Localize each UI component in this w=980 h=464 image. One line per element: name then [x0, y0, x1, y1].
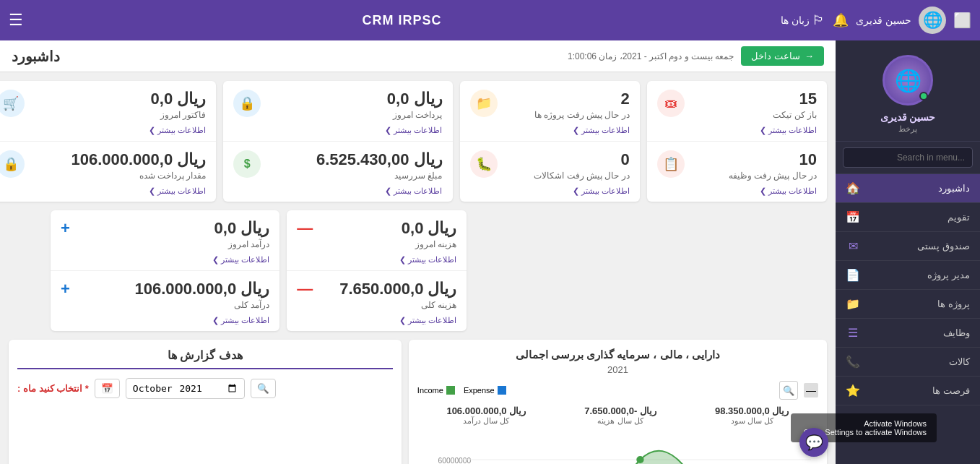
bugs-more[interactable]: اطلاعات بیشتر ❯ [460, 186, 640, 202]
expense-today-label: هزینه امروز [402, 239, 457, 249]
sidebar-search-container [836, 142, 980, 174]
income-today-more[interactable]: اطلاعات بیشتر ❯ [51, 255, 279, 270]
expense-total-label: هزینه کلی [339, 300, 456, 310]
sidebar-item-leads[interactable]: فرصت ها ⭐ [836, 377, 980, 405]
chart-peak-dot [636, 456, 643, 463]
income-today-label: درآمد امروز [214, 239, 270, 249]
sidebar-item-tasks[interactable]: وظایف ☰ [836, 319, 980, 348]
header-username: حسین قدیری [856, 14, 911, 26]
hamburger-button[interactable]: ☰ [9, 11, 23, 30]
report-search-button[interactable]: 🔍 [251, 379, 276, 398]
expense-total-amount: 7.650.000,0 ریال [339, 280, 456, 298]
projects-icon: 📁 [846, 297, 860, 311]
tickets-card-top: 15 باز کن تیکت 🎟 [647, 81, 827, 126]
leads-icon: ⭐ [846, 384, 860, 398]
checkin-button[interactable]: → ساعت داخل [741, 46, 824, 66]
project-manager-icon: 📄 [846, 268, 860, 282]
expense-total-more[interactable]: اطلاعات بیشتر ❯ [287, 316, 467, 331]
invoice-total-label: مقدار پرداخت شده [71, 171, 206, 181]
projects-number: 2 [534, 90, 630, 108]
tasks-number: 10 [729, 150, 817, 169]
projects-more[interactable]: اطلاعات بیشتر ❯ [460, 126, 640, 141]
invoice-total-more[interactable]: اطلاعات بیشتر ❯ [0, 186, 216, 202]
search-input[interactable] [843, 147, 973, 168]
sidebar-item-project-manager[interactable]: مدیر پروژه 📄 [836, 261, 980, 290]
sidebar-item-projects[interactable]: پروژه ها 📁 [836, 290, 980, 319]
sidebar-item-dashboard[interactable]: داشبورد 🏠 [836, 174, 980, 203]
sidebar-username: حسین قدیری [880, 111, 936, 123]
expense-legend-label: Expense [464, 386, 495, 395]
report-card: هدف گزارش ها 🔍 📅 * انتخاب کنید ماه : [9, 340, 402, 464]
expense-income-row: 0,0 ریال هزینه امروز — اطلاعات بیشتر ❯ 7… [9, 210, 827, 331]
mail-icon: ✉ [846, 239, 860, 253]
report-date-input[interactable] [126, 378, 245, 399]
chart-minimize-button[interactable]: — [804, 383, 818, 398]
expense-legend: Expense [464, 386, 506, 395]
sidebar-item-mailbox[interactable]: صندوق پستی ✉ [836, 232, 980, 261]
invoice-today-icon: 🛒 [0, 90, 25, 117]
flag-icon: 🏳 [812, 13, 825, 28]
tasks-label: در حال پیش رفت وظیفه [729, 171, 817, 181]
charts-row: دارایی ، مالی ، سرمایه گذاری بررسی اجمال… [9, 340, 827, 464]
tickets-label: باز کن تیکت [773, 110, 817, 120]
projects-label: در حال پیش رفت پروژه ها [534, 110, 630, 120]
payment-total-amount: 6.525.430,00 ریال [316, 150, 443, 169]
income-value: 106.000.000,0 ریال [446, 405, 526, 416]
sidebar-item-calendar[interactable]: تقویم 📅 [836, 203, 980, 232]
income-legend-label: Income [417, 386, 443, 395]
dashboard-icon: 🏠 [846, 181, 860, 195]
calendar-icon: 📅 [846, 210, 860, 224]
chart-search-button[interactable]: 🔍 [779, 381, 798, 400]
sidebar-toggle-button[interactable]: ⬜ [953, 12, 971, 29]
bell-icon[interactable]: 🔔 [833, 12, 849, 28]
bugs-label: در حال پیش رفت اشکالات [534, 171, 629, 181]
invoice-total-top: 106.000.000,0 ریال مقدار پرداخت شده 🔒 [0, 142, 216, 186]
invoice-today-top: 0,0 ریال فاکتور امروز 🛒 [0, 81, 216, 126]
top-header: ⬜ 🌐 حسین قدیری 🔔 🏳 زبان ها CRM IRPSC ☰ [0, 0, 980, 40]
invoice-card: 0,0 ریال فاکتور امروز 🛒 اطلاعات بیشتر ❯ … [0, 81, 216, 202]
projects-icon: 📁 [470, 90, 498, 117]
tickets-more[interactable]: اطلاعات بیشتر ❯ [647, 126, 827, 141]
chart-stat-income: 106.000.000,0 ریال کل سال درآمد [446, 405, 526, 426]
svg-text:60000000: 60000000 [438, 457, 471, 464]
report-calendar-button[interactable]: 📅 [95, 379, 120, 398]
invoice-today-label: فاکتور امروز [151, 110, 207, 120]
expense-today-more[interactable]: اطلاعات بیشتر ❯ [287, 255, 467, 270]
income-today-amount: 0,0 ریال [214, 219, 270, 238]
payment-total-top: 6.525.430,00 ریال مبلغ سررسید $ [223, 142, 452, 186]
chart-stat-expense: 7.650.000,0- ریال کل سال هزینه [584, 405, 656, 426]
income-total-top: 106.000.000,0 ریال درآمد کلی + [51, 271, 279, 316]
header-right: ☰ [9, 11, 23, 30]
tasks-more[interactable]: اطلاعات بیشتر ❯ [647, 186, 827, 202]
report-filter-row: 🔍 📅 * انتخاب کنید ماه : [17, 378, 393, 399]
invoice-today-more[interactable]: اطلاعات بیشتر ❯ [0, 126, 216, 141]
income-total-label: درآمد کلی [134, 300, 269, 310]
tasks-icon: ☰ [846, 326, 860, 340]
sidebar-item-calls[interactable]: کالات 📞 [836, 348, 980, 377]
payment-total-more[interactable]: اطلاعات بیشتر ❯ [223, 186, 452, 202]
payment-total-label: مبلغ سررسید [316, 171, 443, 181]
chart-stats: 98.350.000,0 ریال کل سال سود 7.650.000,0… [417, 405, 818, 426]
content-area: → ساعت داخل جمعه بیست و دوم اکتبر - 2021… [0, 40, 836, 464]
report-filter-label: * انتخاب کنید ماه : [17, 383, 89, 394]
report-title: هدف گزارش ها [17, 348, 393, 369]
tickets-number: 15 [773, 90, 817, 108]
profit-value: 98.350.000,0 ریال [715, 405, 789, 416]
expense-total-action: — [297, 280, 313, 298]
app-name: CRM IRPSC [363, 13, 442, 28]
breadcrumb-bar: → ساعت داخل جمعه بیست و دوم اکتبر - 2021… [0, 40, 836, 72]
stat-cards-row: 15 باز کن تیکت 🎟 اطلاعات بیشتر ❯ 10 در ح… [9, 81, 827, 202]
expense-today-amount: 0,0 ریال [402, 219, 457, 238]
tasks-icon: 📋 [657, 150, 685, 178]
income-card: 0,0 ریال درآمد امروز + اطلاعات بیشتر ❯ 1… [51, 210, 279, 331]
payment-total-icon: $ [233, 150, 261, 178]
expense-today-action: — [297, 219, 313, 238]
header-left: ⬜ 🌐 حسین قدیری 🔔 🏳 زبان ها [781, 7, 971, 34]
bugs-card-top: 0 در حال پیش رفت اشکالات 🐛 [460, 142, 640, 186]
income-total-more[interactable]: اطلاعات بیشتر ❯ [51, 316, 279, 331]
payment-today-amount: 0,0 ریال [387, 90, 443, 108]
language-button[interactable]: 🏳 زبان ها [781, 13, 825, 28]
chat-bubble-button[interactable]: 💬 [799, 428, 828, 457]
expense-total-top: 7.650.000,0 ریال هزینه کلی — [287, 271, 467, 316]
payment-today-more[interactable]: اطلاعات بیشتر ❯ [223, 126, 452, 141]
